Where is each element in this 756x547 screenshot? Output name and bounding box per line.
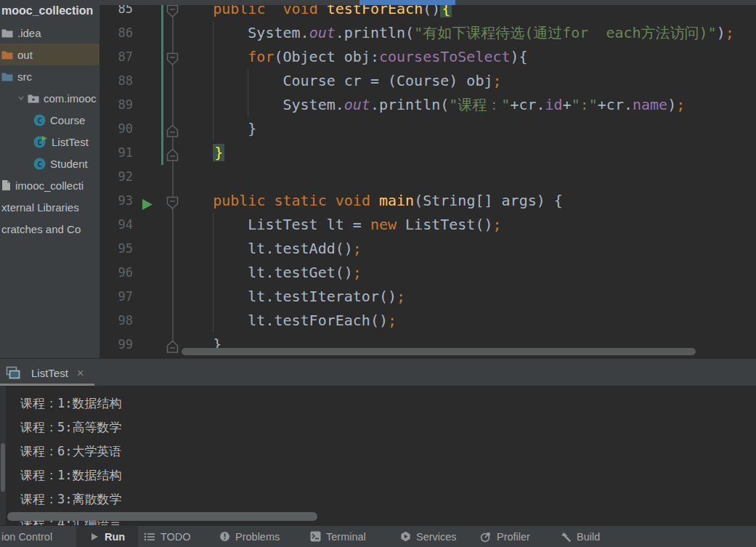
code-text[interactable]: Course cr = (Course) obj; [178, 69, 502, 93]
code-text[interactable]: System.out.println("课程："+cr.id+":"+cr.na… [178, 93, 685, 117]
line-number[interactable]: 91 [99, 141, 133, 165]
code-text[interactable]: ListTest lt = new ListTest(); [178, 213, 502, 237]
console-line: 课程：1:数据结构 [0, 463, 756, 487]
svg-text:C: C [37, 159, 42, 169]
class-icon: C [33, 114, 46, 126]
tree-item-idea[interactable]: .idea [0, 22, 99, 44]
code-text[interactable]: lt.testForEach(); [178, 309, 397, 333]
folder-orange-icon [1, 50, 13, 60]
code-line-90: 90 } [99, 117, 756, 141]
code-text[interactable]: lt.testGet(); [178, 261, 362, 285]
project-tree-panel: mooc_collection.ideaoutsrccom.imoocCCour… [0, 0, 99, 358]
tree-item-imooc-collecti[interactable]: imooc_collecti [0, 174, 99, 196]
tree-item-out[interactable]: out [0, 44, 99, 65]
tree-item-mooc-collection[interactable]: mooc_collection [0, 0, 99, 22]
line-number[interactable]: 86 [99, 21, 133, 45]
problems-icon [219, 531, 230, 542]
code-text[interactable]: lt.testAdd(); [178, 237, 362, 261]
package-icon [28, 94, 39, 103]
code-editor: 85 public void testForEach(){86 System.o… [99, 0, 756, 358]
fold-marker-icon[interactable] [166, 338, 179, 352]
code-text[interactable]: } [178, 117, 256, 141]
tree-item-src[interactable]: src [0, 65, 99, 87]
tree-item-com-imooc[interactable]: com.imooc [0, 87, 99, 109]
line-number[interactable]: 95 [99, 237, 133, 261]
code-line-93: 93 public static void main(String[] args… [99, 189, 756, 213]
tool-window-button-run[interactable]: Run [76, 526, 138, 547]
tree-item-label: src [17, 70, 32, 83]
line-number[interactable]: 89 [99, 93, 133, 117]
fold-marker-icon[interactable] [166, 122, 179, 136]
code-line-86: 86 System.out.println("有如下课程待选(通过for eac… [99, 21, 756, 45]
tool-window-button-label: TODO [160, 531, 191, 543]
tool-window-button-build[interactable]: Build [560, 526, 600, 547]
console-tab-title: ListTest [31, 367, 68, 379]
tool-window-bar: ion ControlRunTODOProblemsTerminalServic… [0, 525, 756, 547]
tree-item-label: ListTest [52, 136, 89, 148]
line-number[interactable]: 96 [99, 261, 133, 285]
folder-blue-icon [1, 72, 13, 81]
tool-window-button-label: Build [577, 531, 600, 543]
tool-window-button-problems[interactable]: Problems [219, 526, 280, 547]
line-number[interactable]: 99 [99, 333, 133, 357]
tree-item-label: xternal Libraries [1, 201, 79, 214]
tree-item-label: cratches and Co [1, 223, 81, 235]
tree-item-cratches-and-co[interactable]: cratches and Co [0, 218, 99, 240]
play-icon [89, 532, 99, 542]
tree-item-label: imooc_collecti [15, 179, 84, 192]
line-number[interactable]: 87 [99, 45, 133, 69]
chevron-down-icon[interactable] [17, 94, 25, 102]
code-line-88: 88 Course cr = (Course) obj; [99, 69, 756, 93]
tree-item-label: .idea [17, 27, 41, 39]
console-line: 课程：5:高等数学 [0, 416, 756, 439]
console-tab[interactable]: ListTest × [6, 359, 84, 386]
editor-horizontal-scrollbar[interactable] [182, 348, 696, 355]
code-text[interactable]: public static void main(String[] args) { [178, 189, 563, 213]
class-icon: C [33, 158, 46, 170]
terminal-icon [310, 531, 321, 542]
services-icon [400, 531, 411, 542]
tree-item-xternal-libraries[interactable]: xternal Libraries [0, 196, 99, 218]
console-line: 课程：1:数据结构 [0, 392, 756, 416]
tool-window-button-label: Terminal [326, 531, 366, 543]
line-number[interactable]: 97 [99, 285, 133, 309]
tool-window-button-todo[interactable]: TODO [144, 526, 191, 547]
code-line-94: 94 ListTest lt = new ListTest(); [99, 213, 756, 237]
line-number[interactable]: 93 [99, 189, 133, 213]
tree-item-course[interactable]: CCourse [0, 109, 99, 131]
console-line: 课程：3:离散数学 [0, 487, 756, 511]
code-text[interactable]: for(Object obj:coursesToSelect){ [178, 45, 528, 69]
tool-window-button-services[interactable]: Services [400, 526, 457, 547]
line-number[interactable]: 94 [99, 213, 133, 237]
code-line-92: 92 [99, 165, 756, 189]
tool-window-button-ion-control[interactable]: ion Control [1, 526, 52, 547]
code-text[interactable]: } [178, 141, 224, 165]
profiler-icon [480, 531, 492, 543]
tree-item-student[interactable]: CStudent [0, 153, 99, 174]
line-number[interactable]: 88 [99, 69, 133, 93]
tree-item-label: mooc_collection [1, 4, 93, 17]
close-icon[interactable]: × [77, 367, 84, 379]
tool-window-button-label: Problems [235, 531, 280, 543]
tool-window-button-terminal[interactable]: Terminal [310, 526, 366, 547]
console-horizontal-scrollbar[interactable] [7, 512, 317, 521]
tool-window-button-label: ion Control [1, 531, 52, 543]
run-tool-window-header: ListTest × [0, 358, 756, 386]
svg-text:C: C [37, 116, 42, 125]
fold-marker-icon[interactable] [166, 146, 179, 160]
console-vertical-scrollbar[interactable] [1, 443, 5, 492]
fold-marker-icon[interactable] [166, 194, 179, 208]
code-text[interactable]: lt.testIterator(); [178, 285, 405, 309]
tree-item-listtest[interactable]: CListTest [0, 131, 99, 153]
tool-window-button-profiler[interactable]: Profiler [480, 526, 530, 547]
line-number[interactable]: 92 [99, 165, 133, 189]
run-arrow-icon[interactable] [141, 195, 154, 207]
code-lines: 85 public void testForEach(){86 System.o… [99, 0, 756, 357]
line-number[interactable]: 90 [99, 117, 133, 141]
active-tab-indicator [359, 0, 455, 5]
tree-item-label: com.imooc [44, 92, 97, 105]
line-number[interactable]: 98 [99, 309, 133, 333]
console-line: 课程：6:大学英语 [0, 439, 756, 463]
fold-marker-icon[interactable] [166, 50, 179, 64]
code-text[interactable]: System.out.println("有如下课程待选(通过for each方法… [178, 21, 734, 45]
